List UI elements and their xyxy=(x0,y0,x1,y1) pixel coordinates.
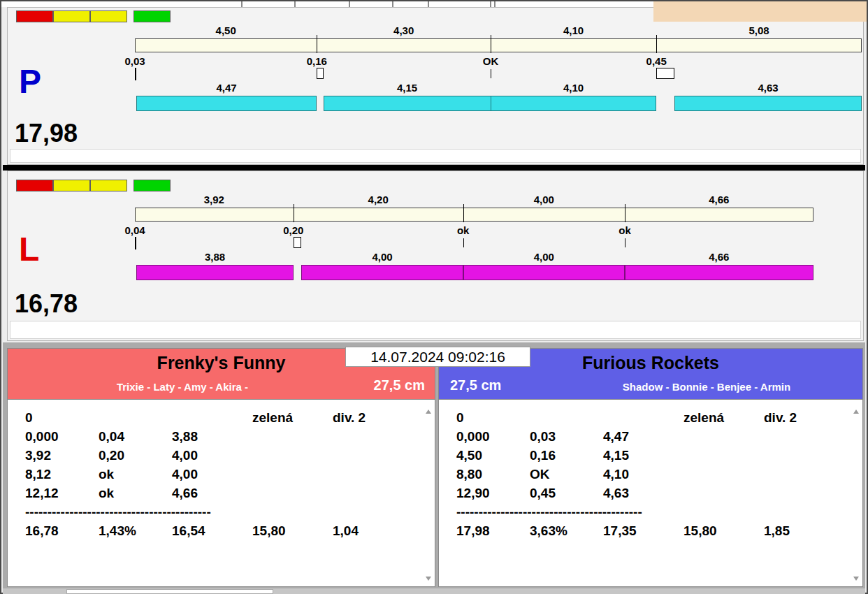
run-time-label: 4,47 xyxy=(216,82,236,94)
table-cell: 17,98 xyxy=(456,521,530,540)
run-time-label: 4,00 xyxy=(372,251,392,263)
run-bar xyxy=(301,265,463,280)
jump-height: 27,5 cm xyxy=(374,377,425,393)
split-time-label: 4,66 xyxy=(709,194,729,205)
table-cell: 3,63% xyxy=(530,521,603,540)
window-edge-artifact xyxy=(494,1,496,7)
jump-height: 27,5 cm xyxy=(450,377,501,393)
run-bar xyxy=(463,265,625,280)
table-cell xyxy=(764,427,862,446)
table-cell: div. 2 xyxy=(333,408,435,427)
change-time-label: ok xyxy=(457,224,470,236)
split-total-bar xyxy=(135,38,862,52)
window-edge-artifact xyxy=(241,1,243,7)
table-cell xyxy=(603,408,683,427)
table-cell: 4,15 xyxy=(603,446,683,465)
table-cell: 1,85 xyxy=(764,521,862,540)
run-time-label: 4,10 xyxy=(563,82,584,94)
table-cell: 0,03 xyxy=(530,427,603,446)
split-time-label: 4,00 xyxy=(534,194,554,205)
split-tick xyxy=(491,35,491,53)
table-cell: 4,00 xyxy=(172,446,252,465)
change-marker xyxy=(135,237,136,249)
table-cell: 4,50 xyxy=(456,446,530,465)
lane-letter-p: P xyxy=(19,65,41,99)
table-row: 8,12ok4,00 xyxy=(8,465,435,484)
traffic-light-yellow-2 xyxy=(90,180,127,191)
status-strip xyxy=(10,321,861,339)
split-time-label: 3,92 xyxy=(204,194,224,205)
change-time-label: 0,04 xyxy=(124,224,145,236)
team-dogs: Trixie - Laty - Amy - Akira - xyxy=(15,381,350,393)
table-cell: 0,16 xyxy=(530,446,603,465)
scroll-up-arrow[interactable] xyxy=(426,410,431,414)
split-tick xyxy=(625,204,625,222)
run-time-label: 4,63 xyxy=(758,82,778,94)
run-bar xyxy=(625,265,813,280)
table-cell: ok xyxy=(99,484,172,502)
team-dogs: Shadow - Bonnie - Benjee - Armin xyxy=(558,381,855,393)
table-cell: zelená xyxy=(252,408,333,427)
table-cell xyxy=(252,446,333,465)
run-bar xyxy=(674,96,862,111)
lane-total-p: 17,98 xyxy=(15,121,78,146)
table-cell: 16,54 xyxy=(172,521,252,540)
table-cell xyxy=(333,484,435,502)
table-row: 12,12ok4,66 xyxy=(8,484,435,502)
table-cell: 12,90 xyxy=(456,484,530,502)
team-subheader: Trixie - Laty - Amy - Akira - 27,5 cm xyxy=(8,375,435,399)
scroll-up-arrow[interactable] xyxy=(853,410,859,414)
run-bar xyxy=(491,96,656,111)
background-window-fragment xyxy=(653,1,867,22)
table-cell xyxy=(764,446,862,465)
change-time-label: ok xyxy=(619,224,631,236)
team-card-right: Furious Rockets 27,5 cm Shadow - Bonnie … xyxy=(438,348,863,587)
bottom-bar-field xyxy=(66,589,273,594)
table-cell: div. 2 xyxy=(764,408,862,427)
change-marker xyxy=(656,68,674,79)
table-cell xyxy=(252,465,333,484)
team-results-pane[interactable]: 0zelenádiv. 20,0000,043,883,920,204,008,… xyxy=(8,399,435,586)
table-cell xyxy=(764,465,862,484)
table-cell: 4,47 xyxy=(603,427,683,446)
traffic-light-green xyxy=(133,10,171,22)
table-cell: zelená xyxy=(683,408,764,427)
table-cell: 0,000 xyxy=(456,427,530,446)
table-cell xyxy=(252,427,333,446)
table-row: 12,900,454,63 xyxy=(439,484,862,502)
table-cell: 0,000 xyxy=(25,427,99,446)
table-cell: 0,20 xyxy=(99,446,172,465)
split-time-label: 4,10 xyxy=(563,24,584,36)
table-cell: 0,04 xyxy=(99,427,172,446)
team-results-pane[interactable]: 0zelenádiv. 20,0000,034,474,500,164,158,… xyxy=(439,399,862,586)
traffic-lights xyxy=(16,180,171,191)
run-bar xyxy=(136,265,293,280)
change-marker xyxy=(625,238,625,247)
run-time-label: 3,88 xyxy=(205,251,225,263)
scroll-down-arrow[interactable] xyxy=(426,577,431,581)
split-tick xyxy=(294,204,294,222)
status-strip xyxy=(10,149,861,163)
table-row: 4,500,164,15 xyxy=(439,446,862,465)
table-cell: 0 xyxy=(25,408,99,427)
run-time-label: 4,66 xyxy=(709,251,729,263)
table-cell xyxy=(333,465,435,484)
split-tick xyxy=(656,35,657,53)
traffic-light-green xyxy=(133,180,171,191)
split-total-bar xyxy=(135,208,813,222)
table-cell: 17,35 xyxy=(603,521,683,540)
window-edge-artifact xyxy=(490,1,491,7)
lane-total-l: 16,78 xyxy=(15,291,78,317)
window-edge-artifact xyxy=(294,1,296,7)
clock-display: 14.07.2024 09:02:16 xyxy=(345,347,530,367)
scroll-down-arrow[interactable] xyxy=(853,577,859,581)
traffic-light-red xyxy=(16,180,53,191)
change-time-label: OK xyxy=(483,55,499,67)
change-marker xyxy=(317,68,323,79)
table-cell xyxy=(764,484,862,502)
table-cell: 4,66 xyxy=(172,484,252,502)
change-marker xyxy=(135,68,136,80)
run-bar xyxy=(324,96,491,111)
change-marker xyxy=(294,237,302,248)
team-card-left: Frenky's Funny Trixie - Laty - Amy - Aki… xyxy=(7,348,435,587)
